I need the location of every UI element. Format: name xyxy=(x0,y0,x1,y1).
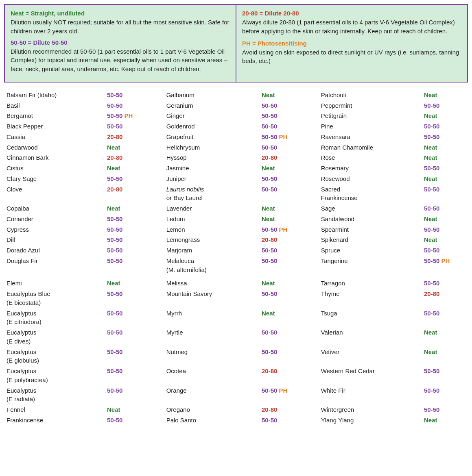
oil-name-col2: Melissa xyxy=(164,278,259,289)
oil-dilution-col3: 50-50 xyxy=(422,184,468,204)
oil-name-col2: Geranium xyxy=(164,100,259,111)
oil-name-col3: Tangerine xyxy=(319,256,422,275)
oil-name-col1: Basil xyxy=(4,100,105,111)
oil-dilution-col3: 50-50 xyxy=(422,100,468,111)
oil-dilution-col2: 50-50 xyxy=(259,245,319,256)
oil-dilution-col1: 50-50 xyxy=(105,235,164,245)
oil-name-col3: White Fir xyxy=(319,385,422,405)
oil-dilution-col3: 50-50 PH xyxy=(422,256,468,275)
legend-ph-title: PH = Photosensitising xyxy=(242,40,461,47)
oil-name-col1: Eucalyptus(E polybractea) xyxy=(4,366,105,385)
oil-name-col3: Sandalwood xyxy=(319,214,422,224)
oil-dilution-col3: Neat xyxy=(422,152,468,163)
oil-name-col3: Petitgrain xyxy=(319,111,422,121)
oil-name-col1: Bergamot xyxy=(4,111,105,121)
oil-dilution-col2: 20-80 xyxy=(259,235,319,245)
table-row: Douglas Fir 50-50 Melaleuca(M. alternifo… xyxy=(4,256,468,275)
oil-dilution-col1: 50-50 xyxy=(105,174,164,184)
oil-dilution-col2: 50-50 PH xyxy=(259,132,319,142)
oil-dilution-col3: Neat xyxy=(422,214,468,224)
oil-name-col2: Jasmine xyxy=(164,163,259,174)
oil-dilution-col3: Neat xyxy=(422,111,468,121)
oil-dilution-col3: Neat xyxy=(422,174,468,184)
oil-name-col3: Patchouli xyxy=(319,90,422,100)
oil-dilution-col1: 50-50 xyxy=(105,385,164,405)
table-row: Fennel Neat Oregano 20-80 Wintergreen 50… xyxy=(4,404,468,415)
oil-name-col2: Mountain Savory xyxy=(164,289,259,308)
oil-dilution-col1: 50-50 xyxy=(105,121,164,132)
oil-name-col1: Cinnamon Bark xyxy=(4,152,105,163)
oil-dilution-col3: 50-50 xyxy=(422,308,468,328)
oil-dilution-col2: 20-80 xyxy=(259,152,319,163)
oil-dilution-col2: 50-50 xyxy=(259,174,319,184)
oil-name-col3: Rosewood xyxy=(319,174,422,184)
table-row: Eucalyptus(E dives) 50-50 Myrtle 50-50 V… xyxy=(4,327,468,347)
oil-name-col1: Eucalyptus(E radiata) xyxy=(4,385,105,405)
oil-name-col3: Tarragon xyxy=(319,278,422,289)
oil-name-col1: Dill xyxy=(4,235,105,245)
table-row: Cassia 20-80 Grapefruit 50-50 PH Ravensa… xyxy=(4,132,468,142)
oil-dilution-col3: 50-50 xyxy=(422,245,468,256)
table-row: Cinnamon Bark 20-80 Hyssop 20-80 Rose Ne… xyxy=(4,152,468,163)
oil-dilution-col2: 50-50 xyxy=(259,100,319,111)
table-row: Eucalyptus(E polybractea) 50-50 Ocotea 2… xyxy=(4,366,468,385)
oil-name-col2: Galbanum xyxy=(164,90,259,100)
oil-name-col3: Ravensara xyxy=(319,132,422,142)
oil-name-col2: Laurus nobilisor Bay Laurel xyxy=(164,184,259,204)
table-row: Frankincense 50-50 Palo Santo 50-50 Ylan… xyxy=(4,415,468,426)
oil-name-col2: Palo Santo xyxy=(164,415,259,426)
oil-dilution-col2: 50-50 xyxy=(259,142,319,153)
oil-dilution-col1: 20-80 xyxy=(105,152,164,163)
oil-name-col2: Ocotea xyxy=(164,366,259,385)
oil-dilution-col1: 20-80 xyxy=(105,132,164,142)
oil-name-col3: Roman Chamomile xyxy=(319,142,422,153)
oil-name-col1: Douglas Fir xyxy=(4,256,105,275)
oil-name-col3: Vetiver xyxy=(319,347,422,366)
legend-5050-text: Dilution recommended at 50-50 (1 part es… xyxy=(11,47,230,74)
oil-name-col1: Fennel xyxy=(4,404,105,415)
oil-name-col1: Coriander xyxy=(4,214,105,224)
table-row: Cedarwood Neat Helichrysum 50-50 Roman C… xyxy=(4,142,468,153)
oil-dilution-col2: 50-50 PH xyxy=(259,385,319,405)
spacer-row xyxy=(4,275,468,278)
oil-name-col2: Nutmeg xyxy=(164,347,259,366)
table-row: Eucalyptus(E citriodora) 50-50 Myrrh Nea… xyxy=(4,308,468,328)
oil-name-col2: Lavender xyxy=(164,203,259,214)
oil-dilution-col2: 20-80 xyxy=(259,366,319,385)
oil-dilution-col2: 20-80 xyxy=(259,404,319,415)
oil-dilution-col3: Neat xyxy=(422,415,468,426)
oil-name-col2: Oregano xyxy=(164,404,259,415)
oil-name-col2: Myrtle xyxy=(164,327,259,347)
oil-name-col2: Lemon xyxy=(164,224,259,235)
oil-dilution-col2: 50-50 xyxy=(259,289,319,308)
table-row: Dorado Azul 50-50 Marjoram 50-50 Spruce … xyxy=(4,245,468,256)
legend-box: Neat = Straight, undiluted Dilution usua… xyxy=(4,4,468,83)
oil-dilution-col2: Neat xyxy=(259,163,319,174)
oil-dilution-col2: Neat xyxy=(259,214,319,224)
oil-name-col1: Eucalyptus(E dives) xyxy=(4,327,105,347)
oil-name-col1: Eucalyptus Blue(E bicostata) xyxy=(4,289,105,308)
oil-name-col1: Copaiba xyxy=(4,203,105,214)
oil-name-col1: Balsam Fir (Idaho) xyxy=(4,90,105,100)
oil-name-col1: Clove xyxy=(4,184,105,204)
oil-name-col3: Ylang Ylang xyxy=(319,415,422,426)
oil-name-col2: Myrrh xyxy=(164,308,259,328)
oil-name-col1: Black Pepper xyxy=(4,121,105,132)
oil-dilution-col1: 50-50 xyxy=(105,245,164,256)
oil-name-col2: Hyssop xyxy=(164,152,259,163)
oil-dilution-col1: 50-50 xyxy=(105,100,164,111)
table-row: Black Pepper 50-50 Goldenrod 50-50 Pine … xyxy=(4,121,468,132)
table-row: Balsam Fir (Idaho) 50-50 Galbanum Neat P… xyxy=(4,90,468,100)
oil-name-col3: Peppermint xyxy=(319,100,422,111)
oils-table: Balsam Fir (Idaho) 50-50 Galbanum Neat P… xyxy=(4,90,468,426)
oil-name-col1: Cypress xyxy=(4,224,105,235)
oil-name-col2: Grapefruit xyxy=(164,132,259,142)
oil-name-col3: Valerian xyxy=(319,327,422,347)
table-row: Dill 50-50 Lemongrass 20-80 Spikenard Ne… xyxy=(4,235,468,245)
oil-name-col1: Cassia xyxy=(4,132,105,142)
oil-name-col1: Dorado Azul xyxy=(4,245,105,256)
oil-dilution-col3: 50-50 xyxy=(422,132,468,142)
oil-dilution-col1: 50-50 xyxy=(105,289,164,308)
oil-dilution-col3: 50-50 xyxy=(422,163,468,174)
oil-dilution-col2: Neat xyxy=(259,203,319,214)
